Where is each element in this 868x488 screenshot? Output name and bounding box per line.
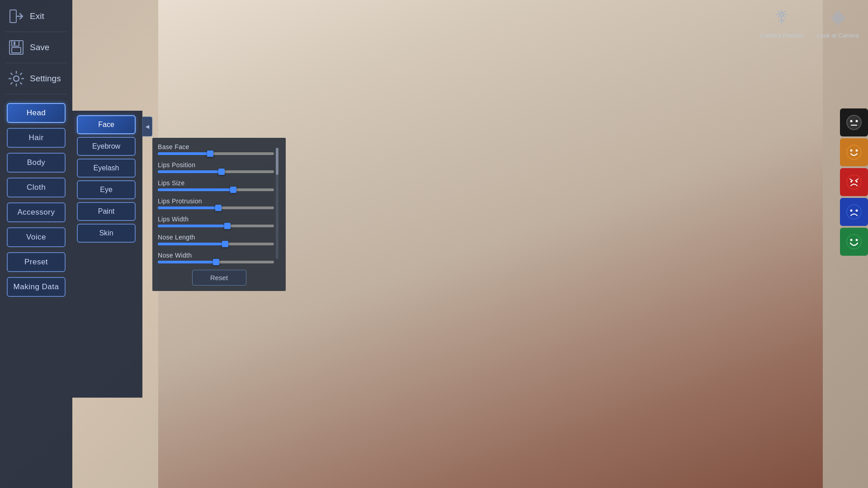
divider-1 [5, 32, 67, 32]
exit-icon [7, 7, 25, 25]
exit-label: Exit [30, 11, 44, 21]
sub-btn-paint[interactable]: Paint [77, 202, 136, 221]
nav-btn-making-data[interactable]: Making Data [7, 277, 66, 297]
slider-nose-width: Nose Width [158, 252, 274, 263]
slider-lips-size-track[interactable] [158, 188, 274, 191]
nav-btn-head[interactable]: Head [7, 103, 66, 123]
svg-rect-3 [12, 47, 21, 53]
slider-nose-length: Nose Length [158, 234, 274, 245]
svg-point-18 [847, 175, 861, 189]
slider-lips-protrusion-label: Lips Protrusion [158, 197, 274, 205]
slider-lips-position-label: Lips Position [158, 161, 274, 169]
svg-point-11 [847, 115, 861, 130]
svg-point-5 [14, 76, 19, 81]
slider-base-face: Base Face [158, 143, 274, 155]
emotion-happy-button[interactable] [840, 138, 868, 166]
collapse-icon: ◄ [144, 123, 151, 130]
svg-point-26 [856, 239, 858, 241]
nav-btn-cloth[interactable]: Cloth [7, 178, 66, 197]
sub-btn-skin[interactable]: Skin [77, 224, 136, 243]
svg-point-24 [847, 235, 861, 249]
emotion-angry-button[interactable] [840, 168, 868, 196]
nav-btn-voice[interactable]: Voice [7, 227, 66, 247]
reset-button[interactable]: Reset [192, 270, 246, 286]
nav-btn-body[interactable]: Body [7, 153, 66, 173]
slider-base-face-label: Base Face [158, 143, 274, 150]
emotion-smile-button[interactable] [840, 228, 868, 256]
svg-point-10 [837, 17, 839, 19]
camera-position-label: Camera Position [760, 32, 803, 39]
settings-icon [7, 70, 25, 88]
slider-nose-length-track[interactable] [158, 243, 274, 245]
slider-lips-position: Lips Position [158, 161, 274, 173]
svg-point-12 [850, 120, 853, 122]
divider-2 [5, 63, 67, 63]
save-menu-item[interactable]: Save [5, 36, 67, 59]
svg-point-15 [847, 145, 861, 160]
slider-lips-width-track[interactable] [158, 225, 274, 227]
emotion-neutral-button[interactable] [840, 108, 868, 136]
emotion-sad-button[interactable] [840, 198, 868, 226]
svg-point-19 [850, 181, 852, 183]
slider-base-face-track[interactable] [158, 152, 274, 155]
settings-label: Settings [30, 74, 61, 84]
save-icon [7, 38, 25, 56]
svg-rect-4 [14, 42, 15, 45]
svg-point-21 [847, 205, 861, 219]
nav-btn-hair[interactable]: Hair [7, 128, 66, 148]
slider-lips-position-track[interactable] [158, 170, 274, 173]
slider-nose-width-label: Nose Width [158, 252, 274, 259]
look-at-camera-icon [827, 7, 849, 29]
svg-point-22 [850, 210, 853, 212]
nav-btn-preset[interactable]: Preset [7, 252, 66, 272]
svg-point-20 [856, 181, 858, 183]
sliders-panel: Base Face Lips Position Lips Size Lips [152, 138, 286, 291]
collapse-panel-button[interactable]: ◄ [142, 117, 152, 136]
svg-point-16 [850, 150, 853, 152]
svg-point-25 [850, 239, 853, 241]
slider-lips-width-label: Lips Width [158, 216, 274, 223]
svg-point-17 [856, 150, 858, 152]
settings-menu-item[interactable]: Settings [5, 67, 67, 90]
slider-lips-width: Lips Width [158, 216, 274, 227]
slider-lips-size-label: Lips Size [158, 179, 274, 187]
look-at-camera-label: Look at Camera [817, 32, 859, 39]
sub-btn-eyelash[interactable]: Eyelash [77, 159, 136, 178]
sub-btn-eyebrow[interactable]: Eyebrow [77, 137, 136, 156]
svg-point-13 [856, 120, 858, 122]
sub-btn-face[interactable]: Face [77, 115, 136, 134]
camera-position-icon [770, 7, 793, 29]
main-sidebar: Exit Save Settings Head Hair Body [0, 0, 72, 488]
svg-point-23 [856, 210, 858, 212]
divider-3 [5, 94, 67, 94]
camera-position-item[interactable]: Camera Position [760, 7, 803, 39]
svg-point-6 [780, 13, 783, 16]
exit-menu-item[interactable]: Exit [5, 5, 67, 28]
scrollbar[interactable] [276, 148, 279, 259]
save-label: Save [30, 42, 49, 52]
emotion-panel [840, 108, 868, 256]
slider-nose-width-track[interactable] [158, 261, 274, 263]
nav-btn-accessory[interactable]: Accessory [7, 202, 66, 222]
slider-lips-protrusion: Lips Protrusion [158, 197, 274, 209]
sub-btn-eye[interactable]: Eye [77, 180, 136, 199]
slider-nose-length-label: Nose Length [158, 234, 274, 241]
top-right-controls: Camera Position Look at Camera [760, 7, 859, 39]
slider-lips-protrusion-track[interactable] [158, 206, 274, 209]
svg-rect-0 [10, 10, 16, 23]
look-at-camera-item[interactable]: Look at Camera [817, 7, 859, 39]
sub-panel: Face Eyebrow Eyelash Eye Paint Skin [72, 111, 142, 398]
slider-lips-size: Lips Size [158, 179, 274, 191]
